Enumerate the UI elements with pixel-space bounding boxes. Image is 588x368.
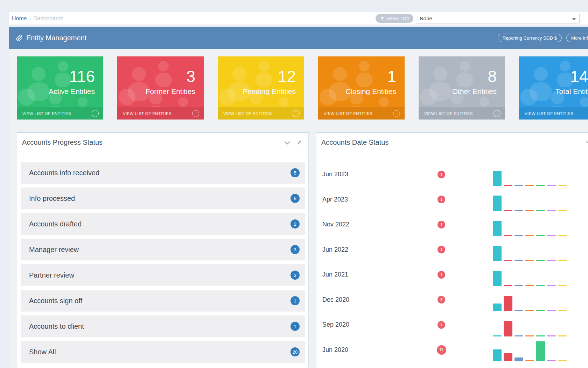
mini-bar — [504, 353, 512, 361]
date-label: Nov 2022 — [322, 221, 434, 228]
date-label: Jun 2022 — [322, 246, 434, 253]
progress-status-item[interactable]: Info processed 5 — [21, 188, 305, 209]
mini-bar — [547, 285, 556, 286]
entity-card-label: Total Entities — [555, 87, 588, 96]
mini-bar — [525, 235, 534, 236]
mini-bar — [547, 235, 556, 236]
date-status-row[interactable]: Jun 2020 11 — [316, 338, 588, 363]
accounts-date-title: Accounts Date Status — [321, 138, 388, 146]
accounts-progress-title: Accounts Progress Status — [22, 138, 103, 146]
mini-bar — [558, 310, 567, 311]
breadcrumb-home-link[interactable]: Home — [12, 15, 27, 22]
mini-bar — [536, 260, 545, 261]
mini-bar-chart — [493, 241, 567, 261]
progress-status-label: Accounts to client — [29, 322, 84, 330]
progress-status-item[interactable]: Accounts sign off 1 — [21, 290, 305, 312]
date-status-row[interactable]: Jun 2022 1 — [316, 237, 588, 263]
mini-bar — [493, 171, 502, 186]
mini-bar — [525, 285, 534, 286]
date-status-row[interactable]: Sep 2020 1 — [316, 312, 588, 338]
progress-status-item[interactable]: Manager review 3 — [21, 239, 305, 260]
mini-bar — [493, 221, 502, 236]
collapse-chevron-icon[interactable] — [585, 138, 588, 147]
mini-bar-chart — [493, 216, 567, 236]
mini-bar — [536, 310, 545, 311]
view-list-link[interactable]: VIEW LIST OF ENTITIES → — [117, 107, 204, 120]
mini-bar — [558, 360, 567, 361]
progress-status-item[interactable]: Show All 20 — [21, 341, 305, 363]
view-list-link[interactable]: VIEW LIST OF ENTITIES → — [519, 107, 588, 120]
entity-card[interactable]: 1 Closing Entities VIEW LIST OF ENTITIES… — [318, 56, 405, 120]
dashboard-filter-select[interactable]: None — [416, 14, 580, 23]
mini-bar — [536, 235, 545, 236]
reporting-currency-button[interactable]: Reporting Currency SGD $ — [498, 34, 562, 42]
entity-card[interactable]: 140 Total Entities VIEW LIST OF ENTITIES… — [519, 56, 588, 120]
mini-bar — [504, 296, 512, 311]
mini-bar — [536, 210, 545, 211]
mini-bar — [547, 310, 556, 311]
count-badge: 1 — [438, 271, 445, 279]
mini-bar — [504, 260, 512, 261]
entity-card[interactable]: 12 Pending Entities VIEW LIST OF ENTITIE… — [218, 56, 304, 120]
mini-bar — [525, 360, 534, 361]
mini-bar — [493, 304, 502, 311]
progress-status-label: Info processed — [29, 195, 75, 203]
mini-bar — [525, 210, 534, 211]
count-badge: 3 — [290, 245, 300, 254]
count-badge: 1 — [438, 171, 445, 178]
filters-toggle-button[interactable]: Filters - Off — [376, 14, 413, 23]
entity-count: 12 — [278, 68, 296, 84]
breadcrumb-current: Dashboards — [33, 15, 63, 22]
progress-status-label: Accounts info received — [29, 169, 99, 177]
view-list-link[interactable]: VIEW LIST OF ENTITIES → — [17, 107, 103, 120]
mini-bar — [547, 210, 556, 211]
mini-bar — [558, 260, 567, 261]
progress-status-item[interactable]: Accounts to client 1 — [21, 315, 305, 337]
progress-status-item[interactable]: Partner review 3 — [21, 264, 305, 286]
mini-bar — [525, 185, 534, 186]
date-status-row[interactable]: Apr 2023 1 — [316, 187, 588, 212]
mini-bar — [536, 335, 545, 336]
entity-card-label: Pending Entities — [243, 87, 296, 96]
more-info-button[interactable]: More Info — [566, 34, 588, 42]
progress-status-label: Accounts drafted — [29, 220, 82, 228]
date-status-row[interactable]: Dec 2020 3 — [316, 287, 588, 313]
collapse-chevron-icon[interactable] — [283, 138, 292, 147]
mini-bar-chart — [493, 166, 567, 186]
filters-label: Filters - Off — [386, 16, 409, 21]
progress-status-item[interactable]: Accounts info received 5 — [21, 162, 305, 184]
date-status-row[interactable]: Jun 2021 1 — [316, 262, 588, 287]
progress-status-label: Accounts sign off — [29, 297, 82, 305]
date-label: Jun 2020 — [322, 346, 434, 354]
chevron-down-icon — [572, 18, 576, 20]
date-status-row[interactable]: Nov 2022 1 — [316, 212, 588, 237]
entity-card[interactable]: 3 Former Entities VIEW LIST OF ENTITIES … — [117, 56, 204, 120]
page-title: Entity Management — [26, 34, 86, 42]
mini-bar — [504, 235, 512, 236]
progress-status-label: Manager review — [29, 246, 79, 254]
mini-bar — [493, 196, 502, 211]
mini-bar — [547, 260, 556, 261]
entity-card[interactable]: 116 Active Entities VIEW LIST OF ENTITIE… — [17, 56, 103, 120]
view-list-link[interactable]: VIEW LIST OF ENTITIES → — [419, 107, 505, 120]
mini-bar — [558, 285, 567, 286]
entity-card[interactable]: 8 Other Entities VIEW LIST OF ENTITIES → — [419, 56, 505, 120]
arrow-right-circle-icon: → — [393, 110, 400, 117]
date-status-row[interactable]: Jun 2023 1 — [316, 162, 588, 187]
mini-bar — [547, 185, 556, 186]
paperclip-icon — [16, 35, 23, 41]
mini-bar — [504, 210, 512, 211]
mini-bar — [504, 185, 512, 186]
date-label: Dec 2020 — [322, 296, 434, 304]
expand-panel-icon[interactable] — [296, 139, 303, 146]
view-list-link[interactable]: VIEW LIST OF ENTITIES → — [318, 107, 405, 120]
count-badge: 1 — [290, 296, 300, 305]
progress-status-item[interactable]: Accounts drafted 2 — [21, 213, 305, 235]
entity-card-label: Active Entities — [49, 87, 95, 96]
entity-card-label: Other Entities — [452, 87, 497, 96]
mini-bar — [514, 310, 523, 311]
view-list-link[interactable]: VIEW LIST OF ENTITIES → — [218, 107, 304, 120]
mini-bar — [536, 341, 545, 361]
mini-bar — [514, 285, 523, 286]
mini-bar-chart — [493, 266, 567, 286]
